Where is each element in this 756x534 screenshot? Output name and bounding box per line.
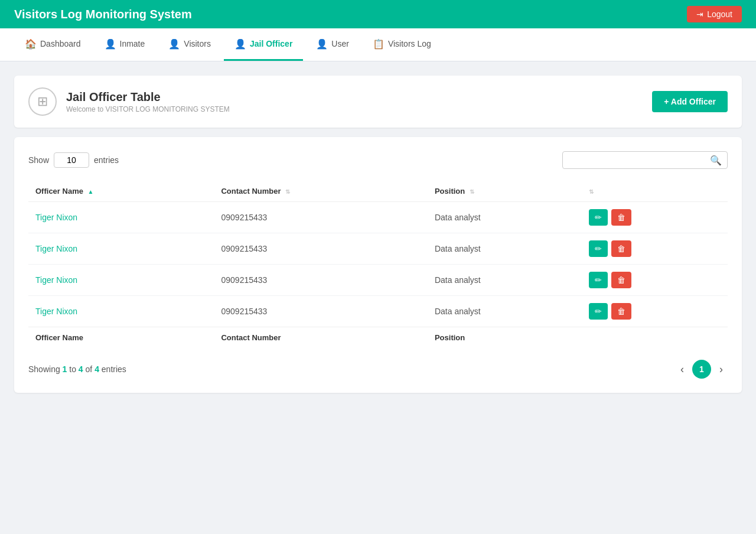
page-header-card: ⊞ Jail Officer Table Welcome to VISITOR … — [14, 76, 742, 128]
position-cell: Data analyst — [428, 296, 582, 327]
user-icon: 👤 — [316, 38, 328, 50]
navigation: 🏠 Dashboard 👤 Inmate 👤 Visitors 👤 Jail O… — [0, 28, 756, 61]
inmate-icon: 👤 — [105, 38, 116, 50]
edit-button[interactable]: ✏ — [589, 240, 608, 257]
action-cell: ✏ 🗑 — [582, 202, 728, 233]
position-cell: Data analyst — [428, 202, 582, 233]
delete-button[interactable]: 🗑 — [611, 240, 631, 257]
page-from: 1 — [63, 364, 67, 374]
officer-name-cell: Tiger Nixon — [28, 233, 214, 265]
contact-cell: 0909215433 — [214, 233, 427, 265]
next-page-button[interactable]: › — [715, 361, 728, 378]
officers-table: Officer Name ▲ Contact Number ⇅ Position — [28, 181, 728, 348]
nav-item-jail-officer[interactable]: 👤 Jail Officer — [224, 29, 303, 61]
delete-button[interactable]: 🗑 — [611, 272, 631, 288]
sort-neutral-icon: ⇅ — [285, 188, 290, 195]
page-subtitle: Welcome to VISITOR LOG MONITORING SYSTEM — [66, 105, 230, 113]
logout-icon: ⇥ — [696, 9, 703, 19]
app-title: Visitors Log Monitoring System — [14, 8, 192, 21]
page-title: Jail Officer Table — [66, 90, 230, 104]
sort-icons-contact: ⇅ — [285, 188, 290, 195]
sort-icons-position: ⇅ — [470, 188, 474, 195]
page-1-button[interactable]: 1 — [692, 360, 711, 379]
sort-icons-name: ▲ — [88, 189, 94, 195]
dashboard-icon: 🏠 — [25, 38, 37, 50]
footer-col-contact: Contact Number — [214, 327, 427, 349]
delete-button[interactable]: 🗑 — [611, 209, 631, 226]
action-btns: ✏ 🗑 — [589, 272, 721, 288]
contact-cell: 0909215433 — [214, 202, 427, 233]
show-label: Show — [28, 155, 49, 165]
action-cell: ✏ 🗑 — [582, 233, 728, 265]
position-cell: Data analyst — [428, 265, 582, 296]
header: Visitors Log Monitoring System ⇥ Logout — [0, 0, 756, 28]
sort-neutral-icon-2: ⇅ — [470, 188, 474, 195]
col-contact-number: Contact Number ⇅ — [214, 181, 427, 202]
edit-button[interactable]: ✏ — [589, 209, 608, 226]
page-icon-box: ⊞ — [28, 87, 57, 116]
entries-label: entries — [94, 155, 119, 165]
footer-col-position: Position — [428, 327, 582, 349]
officer-name-cell: Tiger Nixon — [28, 265, 214, 296]
prev-page-button[interactable]: ‹ — [676, 361, 689, 378]
table-controls: Show entries 🔍 — [28, 151, 728, 169]
nav-item-inmate[interactable]: 👤 Inmate — [94, 29, 156, 61]
search-box: 🔍 — [562, 151, 728, 169]
action-btns: ✏ 🗑 — [589, 240, 721, 257]
col-actions: ⇅ — [582, 181, 728, 202]
footer-col-actions — [582, 327, 728, 349]
table-row: Tiger Nixon 0909215433 Data analyst ✏ 🗑 — [28, 233, 728, 265]
visitors-icon: 👤 — [168, 38, 180, 50]
action-cell: ✏ 🗑 — [582, 265, 728, 296]
search-input[interactable] — [562, 151, 728, 169]
search-icon: 🔍 — [710, 155, 722, 166]
officer-name-cell: Tiger Nixon — [28, 296, 214, 327]
visitors-log-icon: 📋 — [373, 38, 384, 50]
logout-button[interactable]: ⇥ Logout — [687, 6, 742, 22]
table-row: Tiger Nixon 0909215433 Data analyst ✏ 🗑 — [28, 202, 728, 233]
table-foot: Officer Name Contact Number Position — [28, 327, 728, 349]
add-officer-button[interactable]: + Add Officer — [652, 91, 728, 112]
action-btns: ✏ 🗑 — [589, 209, 721, 226]
col-officer-name: Officer Name ▲ — [28, 181, 214, 202]
edit-button[interactable]: ✏ — [589, 303, 608, 320]
page-icon: ⊞ — [37, 94, 48, 109]
nav-item-visitors-log[interactable]: 📋 Visitors Log — [362, 29, 442, 61]
pagination: ‹ 1 › — [676, 360, 728, 379]
page-header-left: ⊞ Jail Officer Table Welcome to VISITOR … — [28, 87, 230, 116]
nav-item-user[interactable]: 👤 User — [305, 29, 360, 61]
sort-neutral-icon-3: ⇅ — [589, 188, 594, 195]
delete-button[interactable]: 🗑 — [611, 303, 631, 320]
position-cell: Data analyst — [428, 233, 582, 265]
page-title-block: Jail Officer Table Welcome to VISITOR LO… — [66, 90, 230, 113]
contact-cell: 0909215433 — [214, 296, 427, 327]
edit-button[interactable]: ✏ — [589, 272, 608, 288]
sort-up-icon: ▲ — [88, 189, 94, 195]
table-row: Tiger Nixon 0909215433 Data analyst ✏ 🗑 — [28, 296, 728, 327]
nav-item-dashboard[interactable]: 🏠 Dashboard — [14, 29, 92, 61]
entries-input[interactable] — [54, 152, 89, 168]
contact-cell: 0909215433 — [214, 265, 427, 296]
action-cell: ✏ 🗑 — [582, 296, 728, 327]
footer-col-name: Officer Name — [28, 327, 214, 349]
table-card: Show entries 🔍 Officer Name ▲ — [14, 137, 742, 393]
jail-officer-icon: 👤 — [234, 38, 246, 50]
col-position: Position ⇅ — [428, 181, 582, 202]
page-to: 4 — [79, 364, 83, 374]
pagination-row: Showing 1 to 4 of 4 entries ‹ 1 › — [28, 360, 728, 379]
table-body: Tiger Nixon 0909215433 Data analyst ✏ 🗑 … — [28, 202, 728, 327]
page-total: 4 — [94, 364, 99, 374]
show-entries: Show entries — [28, 152, 119, 168]
table-header-row: Officer Name ▲ Contact Number ⇅ Position — [28, 181, 728, 202]
showing-text: Showing 1 to 4 of 4 entries — [28, 364, 126, 374]
table-head: Officer Name ▲ Contact Number ⇅ Position — [28, 181, 728, 202]
action-btns: ✏ 🗑 — [589, 303, 721, 320]
nav-item-visitors[interactable]: 👤 Visitors — [158, 29, 221, 61]
table-footer-row: Officer Name Contact Number Position — [28, 327, 728, 349]
officer-name-cell: Tiger Nixon — [28, 202, 214, 233]
table-row: Tiger Nixon 0909215433 Data analyst ✏ 🗑 — [28, 265, 728, 296]
main-content: ⊞ Jail Officer Table Welcome to VISITOR … — [0, 61, 756, 407]
